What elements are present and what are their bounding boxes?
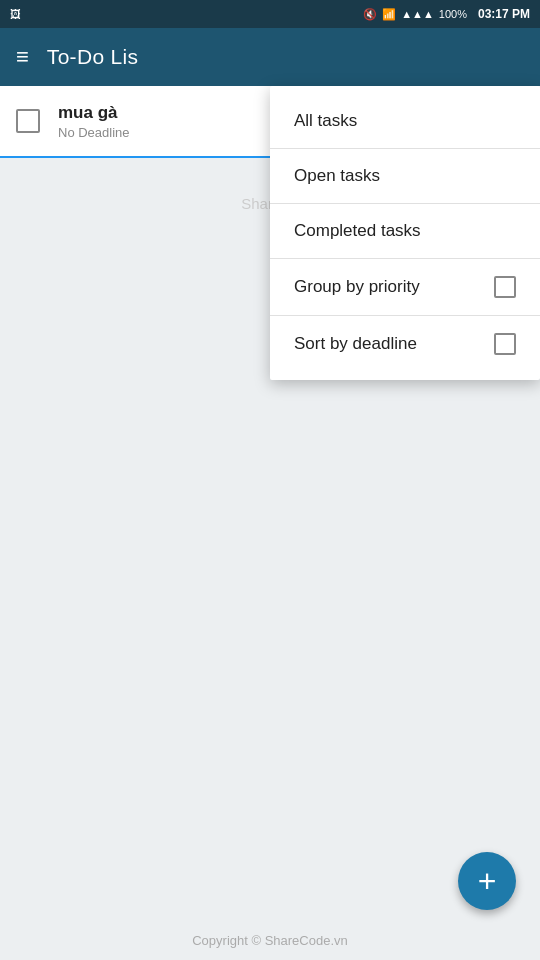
task-checkbox[interactable] <box>16 109 40 133</box>
task-name: mua gà <box>58 103 130 123</box>
status-icons: 🔇 📶 ▲▲▲ 100% 03:17 PM <box>363 7 530 21</box>
menu-item-completed-tasks-label: Completed tasks <box>294 221 421 241</box>
menu-item-completed-tasks[interactable]: Completed tasks <box>270 204 540 258</box>
dropdown-menu: All tasks Open tasks Completed tasks Gro… <box>270 86 540 380</box>
menu-item-open-tasks-label: Open tasks <box>294 166 380 186</box>
footer-text: Copyright © ShareCode.vn <box>192 933 348 948</box>
menu-item-sort-by-deadline-label: Sort by deadline <box>294 334 417 354</box>
menu-item-sort-by-deadline[interactable]: Sort by deadline <box>270 316 540 372</box>
fab-add-button[interactable]: + <box>458 852 516 910</box>
status-time: 03:17 PM <box>478 7 530 21</box>
sort-by-deadline-checkbox[interactable] <box>494 333 516 355</box>
group-by-priority-checkbox[interactable] <box>494 276 516 298</box>
menu-item-group-by-priority[interactable]: Group by priority <box>270 259 540 315</box>
signal-icon: ▲▲▲ <box>401 8 434 20</box>
task-info: mua gà No Deadline <box>58 103 130 140</box>
battery-text: 100% <box>439 8 467 20</box>
toolbar: ≡ To-Do Lis <box>0 28 540 86</box>
task-deadline: No Deadline <box>58 125 130 140</box>
status-image-icon: 🖼 <box>10 8 21 20</box>
status-bar: 🖼 🔇 📶 ▲▲▲ 100% 03:17 PM <box>0 0 540 28</box>
menu-item-group-by-priority-label: Group by priority <box>294 277 420 297</box>
page-title: To-Do Lis <box>47 45 138 69</box>
menu-item-all-tasks-label: All tasks <box>294 111 357 131</box>
wifi-icon: 📶 <box>382 8 396 21</box>
hamburger-icon[interactable]: ≡ <box>16 46 29 68</box>
menu-item-all-tasks[interactable]: All tasks <box>270 94 540 148</box>
footer: Copyright © ShareCode.vn <box>0 920 540 960</box>
menu-item-open-tasks[interactable]: Open tasks <box>270 149 540 203</box>
mute-icon: 🔇 <box>363 8 377 21</box>
